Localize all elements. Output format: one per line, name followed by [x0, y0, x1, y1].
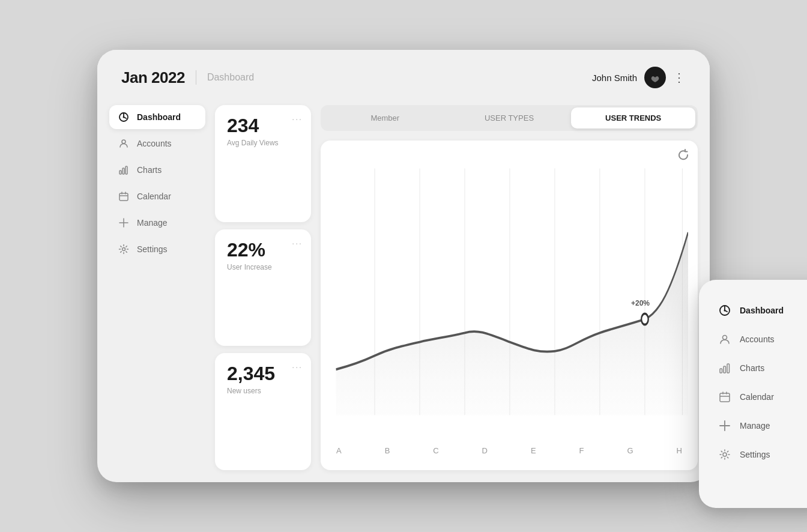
- mobile-item-manage[interactable]: Manage: [711, 413, 807, 438]
- svg-point-19: [724, 310, 726, 312]
- calendar-icon: [118, 190, 130, 202]
- header-right: John Smith ⋮: [592, 67, 686, 88]
- svg-rect-24: [720, 393, 730, 402]
- mobile-dashboard-icon: [718, 304, 731, 317]
- svg-point-8: [122, 248, 125, 251]
- sidebar-item-accounts[interactable]: Accounts: [109, 131, 205, 156]
- stats-panel: ... 234 Avg Daily Views ... 22% User Inc…: [215, 99, 311, 470]
- mobile-label-settings: Settings: [740, 450, 770, 459]
- sidebar: Dashboard Accounts: [109, 99, 205, 470]
- svg-rect-22: [724, 366, 726, 373]
- avg-views-label: Avg Daily Views: [227, 139, 299, 147]
- header-divider: [196, 70, 196, 85]
- sidebar-label-manage: Manage: [137, 218, 168, 228]
- mobile-item-accounts[interactable]: Accounts: [711, 327, 807, 352]
- sidebar-item-manage[interactable]: Manage: [109, 211, 205, 235]
- svg-point-25: [723, 453, 727, 456]
- chart-label-h: H: [677, 446, 682, 455]
- mobile-settings-icon: [718, 448, 731, 461]
- sidebar-label-calendar: Calendar: [137, 192, 171, 201]
- mobile-label-charts: Charts: [740, 363, 764, 373]
- main-content: Member USER TYPES USER TRENDS: [321, 99, 698, 470]
- mobile-label-calendar: Calendar: [740, 392, 774, 402]
- stat-dots-2[interactable]: ...: [292, 237, 303, 246]
- accounts-icon: [118, 138, 130, 150]
- dashboard-icon: [118, 111, 130, 123]
- tab-user-types[interactable]: USER TYPES: [447, 107, 572, 128]
- sidebar-label-settings: Settings: [137, 244, 168, 254]
- chart-label-c: C: [433, 446, 438, 455]
- svg-point-3: [122, 140, 125, 144]
- new-users-label: New users: [227, 387, 299, 395]
- chart-x-labels: A B C D E F G H: [330, 443, 688, 455]
- new-users-value: 2,345: [227, 364, 299, 383]
- chart-tooltip: +20%: [631, 299, 650, 307]
- svg-rect-7: [119, 193, 128, 201]
- chart-label-e: E: [531, 446, 536, 455]
- mobile-item-dashboard[interactable]: Dashboard: [711, 298, 807, 323]
- svg-point-2: [123, 116, 125, 118]
- chart-label-d: D: [482, 446, 488, 455]
- header-date: Jan 2022: [121, 68, 185, 87]
- mobile-label-accounts: Accounts: [740, 334, 775, 344]
- mobile-calendar-icon: [718, 390, 731, 404]
- charts-icon: [118, 164, 130, 176]
- stat-card-avg-views: ... 234 Avg Daily Views: [215, 105, 311, 222]
- header-breadcrumb: Dashboard: [207, 72, 254, 83]
- user-name: John Smith: [592, 73, 637, 83]
- svg-point-17: [641, 313, 648, 324]
- sidebar-label-charts: Charts: [137, 165, 162, 175]
- stat-card-user-increase: ... 22% User Increase: [215, 229, 311, 346]
- svg-rect-4: [119, 171, 121, 174]
- sidebar-item-dashboard[interactable]: Dashboard: [109, 105, 205, 129]
- mobile-label-dashboard: Dashboard: [740, 306, 784, 315]
- chart-label-f: F: [579, 446, 584, 455]
- tab-user-trends[interactable]: USER TRENDS: [571, 107, 695, 128]
- mobile-charts-icon: [718, 361, 731, 375]
- mobile-label-manage: Manage: [740, 421, 770, 431]
- sidebar-label-accounts: Accounts: [137, 139, 172, 148]
- header: Jan 2022 Dashboard John Smith ⋮: [97, 50, 710, 99]
- chart-label-b: B: [385, 446, 390, 455]
- mobile-accounts-icon: [718, 333, 731, 346]
- chart-container: +20% A B C D E F G H: [321, 141, 698, 470]
- chart-label-g: G: [627, 446, 633, 455]
- user-increase-label: User Increase: [227, 263, 299, 271]
- stat-dots-3[interactable]: ...: [292, 360, 303, 370]
- sidebar-item-charts[interactable]: Charts: [109, 158, 205, 182]
- tab-member[interactable]: Member: [323, 107, 447, 128]
- svg-rect-5: [122, 168, 124, 174]
- settings-icon: [118, 243, 130, 255]
- chart-area: [330, 150, 688, 443]
- chart-label-a: A: [336, 446, 342, 455]
- mobile-card: Dashboard Accounts Charts: [699, 280, 807, 508]
- tablet-card: Jan 2022 Dashboard John Smith ⋮: [97, 50, 710, 482]
- sidebar-item-settings[interactable]: Settings: [109, 237, 205, 261]
- body: Dashboard Accounts: [97, 99, 710, 482]
- more-menu-button[interactable]: ⋮: [673, 70, 686, 85]
- stat-dots-1[interactable]: ...: [292, 112, 303, 122]
- sidebar-item-calendar[interactable]: Calendar: [109, 184, 205, 208]
- sidebar-label-dashboard: Dashboard: [137, 112, 181, 122]
- svg-rect-6: [125, 166, 127, 174]
- avg-views-value: 234: [227, 116, 299, 135]
- mobile-item-charts[interactable]: Charts: [711, 355, 807, 381]
- svg-rect-21: [720, 369, 722, 373]
- avatar: [644, 67, 666, 88]
- svg-point-20: [723, 336, 727, 340]
- svg-rect-23: [727, 364, 730, 373]
- manage-icon: [118, 217, 130, 229]
- user-increase-value: 22%: [227, 240, 299, 259]
- mobile-item-calendar[interactable]: Calendar: [711, 384, 807, 410]
- tabs: Member USER TYPES USER TRENDS: [321, 105, 698, 131]
- mobile-manage-icon: [718, 419, 731, 432]
- mobile-item-settings[interactable]: Settings: [711, 442, 807, 467]
- stat-card-new-users: ... 2,345 New users: [215, 353, 311, 470]
